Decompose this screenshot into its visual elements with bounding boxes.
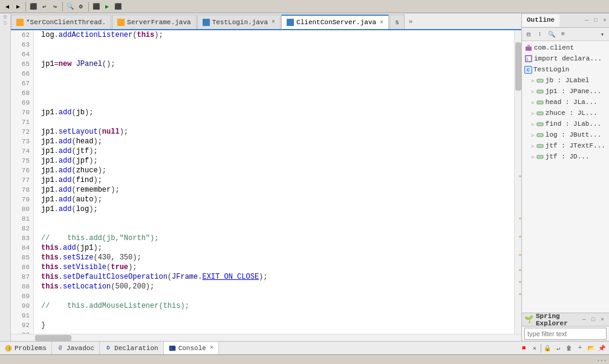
code-line-86: this.setVisible(true); xyxy=(36,262,512,272)
bottom-tab-console[interactable]: >_ Console × xyxy=(164,342,219,355)
outline-item-jp1[interactable]: ▷ jp1 : JPane... xyxy=(522,86,609,97)
bottom-tab-javadoc[interactable]: @ Javadoc xyxy=(52,342,100,355)
tab-icon-2 xyxy=(117,19,125,26)
spring-maximize-btn[interactable]: □ xyxy=(589,316,598,324)
toolbar-icon-7[interactable]: ⚙ xyxy=(76,2,86,11)
outline-filter-btn[interactable]: 🔍 xyxy=(546,29,557,40)
outline-close-btn[interactable]: × xyxy=(601,16,609,25)
code-line-89 xyxy=(36,291,512,301)
editor-horizontal-scrollbar[interactable] xyxy=(11,334,521,341)
code-editor[interactable]: 62 63 64 65 66 67 68 69 70 71 72 73 74 7… xyxy=(11,30,521,334)
tab-close-3[interactable]: × xyxy=(272,19,275,25)
line-num-91: 91 xyxy=(11,311,33,320)
outline-tab[interactable]: Outline xyxy=(522,15,559,27)
console-terminate-btn[interactable]: ■ xyxy=(519,343,529,353)
console-word-wrap-btn[interactable]: ↵ xyxy=(553,343,563,353)
main-toolbar: ◀ ▶ ⬛ ↩ ↪ 🔍 ⚙ ⬛ ▶ ⬛ xyxy=(0,0,609,13)
tab-overflow-button[interactable]: » xyxy=(405,15,417,29)
toolbar-icon-8[interactable]: ⬛ xyxy=(91,2,101,11)
editor-vertical-scrollbar[interactable] xyxy=(514,30,521,334)
tab-client-con-server[interactable]: ClientConServer.java × xyxy=(281,15,389,29)
line-num-70: 70 xyxy=(11,108,33,117)
outline-item-jb[interactable]: ▷ jb : JLabel xyxy=(522,75,609,86)
scrollbar-thumb-vertical[interactable] xyxy=(515,42,521,91)
spring-leaf-icon: 🌱 xyxy=(524,315,533,324)
svg-rect-11 xyxy=(537,155,543,158)
field-icon-find xyxy=(536,120,544,128)
svg-rect-1 xyxy=(527,45,530,47)
scrollbar-thumb-horizontal[interactable] xyxy=(35,335,71,341)
scrollbar-marker-3 xyxy=(519,175,521,177)
status-bar: ... xyxy=(0,354,609,364)
line-num-72: 72 xyxy=(11,127,33,137)
outline-minimize-btn[interactable]: — xyxy=(582,16,591,25)
tab-close-4[interactable]: × xyxy=(380,19,383,26)
line-num-83: 83 xyxy=(11,233,33,243)
line-num-92: 92 xyxy=(11,320,33,330)
spring-explorer-title: 🌱 Spring Explorer xyxy=(524,313,580,327)
svg-rect-4 xyxy=(537,79,543,82)
scrollbar-marker-7 xyxy=(519,269,521,271)
line-num-86: 86 xyxy=(11,262,33,272)
code-line-66 xyxy=(36,69,512,79)
line-num-89: 89 xyxy=(11,291,33,301)
bottom-tab-problems[interactable]: ! Problems xyxy=(0,342,52,355)
toolbar-icon-1[interactable]: ◀ xyxy=(2,2,12,11)
code-content-area[interactable]: log.addActionListener(this); jp1=new JPa… xyxy=(34,30,514,334)
console-clear-btn[interactable]: 🗑 xyxy=(564,343,574,353)
tab-sercon-client-thread[interactable]: *SerConClientThread. xyxy=(11,15,111,29)
outline-item-package[interactable]: com.client xyxy=(522,42,609,53)
outline-item-find[interactable]: ▷ find : JLab... xyxy=(522,119,609,129)
toolbar-icon-9[interactable]: ▶ xyxy=(102,2,112,11)
outline-maximize-btn[interactable]: □ xyxy=(591,16,600,25)
line-num-87: 87 xyxy=(11,272,33,282)
outline-tab-bar: Outline — □ × xyxy=(522,13,609,28)
outline-item-class[interactable]: C TestLogin xyxy=(522,64,609,75)
scrollbar-marker-5 xyxy=(519,236,521,238)
field-icon-jtf2 xyxy=(536,152,544,161)
toolbar-icon-5[interactable]: ↪ xyxy=(50,2,60,11)
toolbar-icon-3[interactable]: ⬛ xyxy=(28,2,38,11)
outline-menu-btn[interactable]: ▾ xyxy=(597,29,608,40)
spring-explorer-panel: 🌱 Spring Explorer — □ × xyxy=(522,313,609,341)
line-num-74: 74 xyxy=(11,146,33,156)
bottom-tab-declaration[interactable]: D Declaration xyxy=(100,342,164,355)
outline-item-log[interactable]: ▷ log : JButt... xyxy=(522,129,609,140)
outline-item-jtf[interactable]: ▷ jtf : JTextF... xyxy=(522,140,609,151)
tab-label-4: ClientConServer.java xyxy=(296,19,376,26)
code-line-71 xyxy=(36,117,512,127)
outline-collapse-btn[interactable]: ⊟ xyxy=(523,29,534,40)
bottom-tab-close-console[interactable]: × xyxy=(210,345,213,351)
console-scroll-lock-btn[interactable]: 🔒 xyxy=(542,343,552,353)
tab-label-2: ServerFrame.java xyxy=(127,19,191,26)
outline-hide-fields-btn[interactable]: ≡ xyxy=(558,29,568,40)
spring-close-btn[interactable]: × xyxy=(598,316,607,324)
console-icon: >_ xyxy=(169,345,176,352)
toolbar-icon-2[interactable]: ▶ xyxy=(13,2,23,11)
tab-label-5: s xyxy=(395,19,399,26)
outline-sort-btn[interactable]: ↕ xyxy=(535,29,545,40)
toolbar-icon-4[interactable]: ↩ xyxy=(39,2,49,11)
console-pin-btn[interactable]: 📌 xyxy=(597,343,607,353)
spring-filter-area[interactable] xyxy=(522,327,609,341)
outline-item-jtf2[interactable]: ▷ jtf : JD... xyxy=(522,151,609,162)
package-icon xyxy=(524,44,533,52)
spring-filter-input[interactable] xyxy=(524,328,607,340)
outline-item-import[interactable]: i import declara... xyxy=(522,53,609,64)
toolbar-icon-6[interactable]: 🔍 xyxy=(65,2,75,11)
spring-minimize-btn[interactable]: — xyxy=(580,316,588,324)
console-new-btn[interactable]: + xyxy=(575,343,585,353)
outline-tree[interactable]: com.client i import declara... C TestLog… xyxy=(522,41,609,313)
console-remove-btn[interactable]: ✕ xyxy=(530,343,539,353)
svg-rect-7 xyxy=(537,112,543,115)
outline-item-zhuce[interactable]: ▷ zhuce : JL... xyxy=(522,108,609,119)
tab-server-frame[interactable]: ServerFrame.java xyxy=(112,15,197,29)
tab-s[interactable]: s xyxy=(389,15,405,29)
toolbar-icon-10[interactable]: ⬛ xyxy=(113,2,123,11)
line-num-84: 84 xyxy=(11,243,33,253)
console-open-btn[interactable]: 📂 xyxy=(586,343,596,353)
tab-test-login[interactable]: TestLogin.java × xyxy=(197,15,281,29)
line-num-63: 63 xyxy=(11,40,33,50)
code-line-80: jp1.add(log); xyxy=(36,204,512,214)
outline-item-head[interactable]: ▷ head : JLa... xyxy=(522,97,609,108)
